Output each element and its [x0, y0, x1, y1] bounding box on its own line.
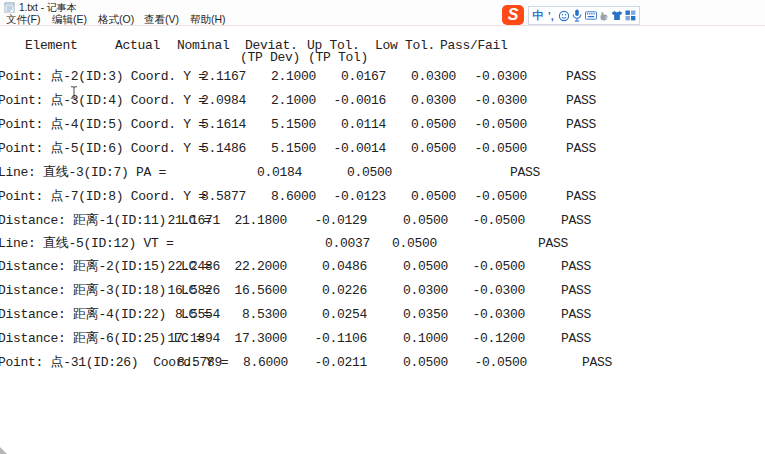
row-result: PASS	[561, 307, 591, 323]
row-value: -0.0500	[472, 213, 525, 229]
row-label: Line: 直线-3(ID:7) PA =	[0, 165, 166, 181]
row-value: 22.2486	[167, 259, 220, 275]
row-value: 16.5600	[234, 283, 287, 299]
row-value: 0.0500	[403, 355, 448, 371]
menu-format[interactable]: 格式(O)	[98, 13, 134, 27]
row-value: 0.0500	[347, 165, 392, 181]
sogou-logo-icon[interactable]: S	[502, 5, 524, 25]
row-result: PASS	[582, 355, 612, 371]
report-row: Point: 点-2(ID:3) Coord. Y =2.11672.10000…	[0, 69, 765, 85]
menu-bar: 文件(F) 编辑(E) 格式(O) 查看(V) 帮助(H)	[0, 13, 765, 26]
hand-gesture-icon[interactable]	[598, 9, 610, 22]
row-value: 0.0300	[411, 93, 456, 109]
row-value: -0.0300	[472, 307, 525, 323]
title-bar[interactable]: 1.txt - 记事本	[0, 0, 765, 13]
ibeam-cursor	[70, 86, 78, 99]
row-value: 5.1500	[271, 141, 316, 157]
row-result: PASS	[566, 141, 596, 157]
emoji-icon[interactable]	[558, 9, 570, 22]
row-value: 0.0184	[257, 165, 302, 181]
header-actual: Actual	[115, 38, 160, 54]
row-value: 0.0167	[341, 69, 386, 85]
row-value: -0.0500	[474, 117, 527, 133]
punctuation-icon[interactable]: ’,	[545, 9, 557, 22]
header-tpdev: (TP Dev)	[240, 50, 300, 66]
row-value: 8.5554	[175, 307, 220, 323]
row-value: 8.5877	[201, 189, 246, 205]
row-value: 0.0350	[403, 307, 448, 323]
chinese-mode-icon[interactable]: 中	[532, 9, 544, 22]
skin-icon[interactable]	[611, 9, 623, 22]
row-label: Point: 点-2(ID:3) Coord. Y =	[0, 69, 206, 85]
row-value: 0.0486	[322, 259, 367, 275]
menu-help[interactable]: 帮助(H)	[190, 13, 226, 27]
row-value: -0.0129	[314, 213, 367, 229]
row-result: PASS	[561, 283, 591, 299]
report-row: Distance: 距离-3(ID:18) LC =16.582616.5600…	[0, 283, 765, 299]
row-value: -0.0123	[333, 189, 386, 205]
notepad-icon	[4, 2, 15, 13]
row-result: PASS	[561, 259, 591, 275]
notepad-window: 1.txt - 记事本 文件(F) 编辑(E) 格式(O) 查看(V) 帮助(H…	[0, 0, 765, 454]
row-value: 0.0300	[411, 69, 456, 85]
row-value: 21.1800	[234, 213, 287, 229]
row-value: 2.1167	[201, 69, 246, 85]
row-value: 0.0300	[403, 283, 448, 299]
row-value: 0.0226	[322, 283, 367, 299]
row-value: -0.0300	[474, 69, 527, 85]
row-value: -0.0500	[474, 355, 527, 371]
row-result: PASS	[566, 117, 596, 133]
row-result: PASS	[510, 165, 540, 181]
menu-file[interactable]: 文件(F)	[6, 13, 40, 27]
row-value: -0.0300	[474, 93, 527, 109]
row-value: 5.1500	[271, 117, 316, 133]
toolbox-icon[interactable]	[624, 9, 636, 22]
row-label: Point: 点-3(ID:4) Coord. Y =	[0, 93, 206, 109]
text-edit-area[interactable]: Element Actual Nominal Deviat. Up Tol. L…	[0, 26, 765, 446]
row-value: 0.1000	[403, 331, 448, 347]
row-value: -0.1106	[314, 331, 367, 347]
row-value: -0.1200	[472, 331, 525, 347]
row-value: 5.1614	[201, 117, 246, 133]
report-row: Line: 直线-3(ID:7) PA =0.01840.0500PASS	[0, 165, 765, 181]
row-value: 2.1000	[271, 69, 316, 85]
report-row: Point: 点-4(ID:5) Coord. Y =5.16145.15000…	[0, 117, 765, 133]
row-value: 17.3000	[234, 331, 287, 347]
row-result: PASS	[566, 69, 596, 85]
report-row: Distance: 距离-1(ID:11) LC =21.167121.1800…	[0, 213, 765, 229]
header-tptol: (TP Tol)	[308, 50, 368, 66]
report-row: Point: 点-31(ID:26) Coord. Y =8.57898.600…	[0, 355, 765, 371]
row-value: -0.0300	[472, 283, 525, 299]
row-value: -0.0500	[474, 141, 527, 157]
row-label: Line: 直线-5(ID:12) VT =	[0, 236, 173, 252]
soft-keyboard-icon[interactable]	[585, 9, 597, 22]
row-value: -0.0211	[314, 355, 367, 371]
row-label: Point: 点-4(ID:5) Coord. Y =	[0, 117, 206, 133]
row-value: 0.0114	[341, 117, 386, 133]
row-value: 2.1000	[271, 93, 316, 109]
ime-strip: 中 ’,	[528, 6, 640, 25]
row-value: 0.0254	[322, 307, 367, 323]
menu-edit[interactable]: 编辑(E)	[52, 13, 87, 27]
report-row: Line: 直线-5(ID:12) VT =0.00370.0500PASS	[0, 236, 765, 252]
row-value: 8.6000	[271, 189, 316, 205]
row-result: PASS	[566, 93, 596, 109]
row-value: 0.0500	[411, 117, 456, 133]
row-value: 0.0500	[403, 259, 448, 275]
header-passfail: Pass/Fail	[440, 38, 508, 54]
row-value: 0.0500	[403, 213, 448, 229]
row-value: 5.1486	[201, 141, 246, 157]
row-value: -0.0500	[472, 259, 525, 275]
row-result: PASS	[561, 331, 591, 347]
row-result: PASS	[566, 189, 596, 205]
menu-view[interactable]: 查看(V)	[144, 13, 179, 27]
report-row: Point: 点-7(ID:8) Coord. Y =8.58778.6000-…	[0, 189, 765, 205]
report-row: Distance: 距离-6(ID:25) LC =17.189417.3000…	[0, 331, 765, 347]
row-value: -0.0500	[474, 189, 527, 205]
report-header-line2: (TP Dev) (TP Tol)	[0, 50, 45, 66]
voice-input-icon[interactable]	[571, 9, 583, 22]
header-lowtol: Low Tol.	[375, 38, 435, 54]
row-value: 0.0037	[325, 236, 370, 252]
header-nominal: Nominal	[177, 38, 230, 54]
row-label: Point: 点-7(ID:8) Coord. Y =	[0, 189, 206, 205]
